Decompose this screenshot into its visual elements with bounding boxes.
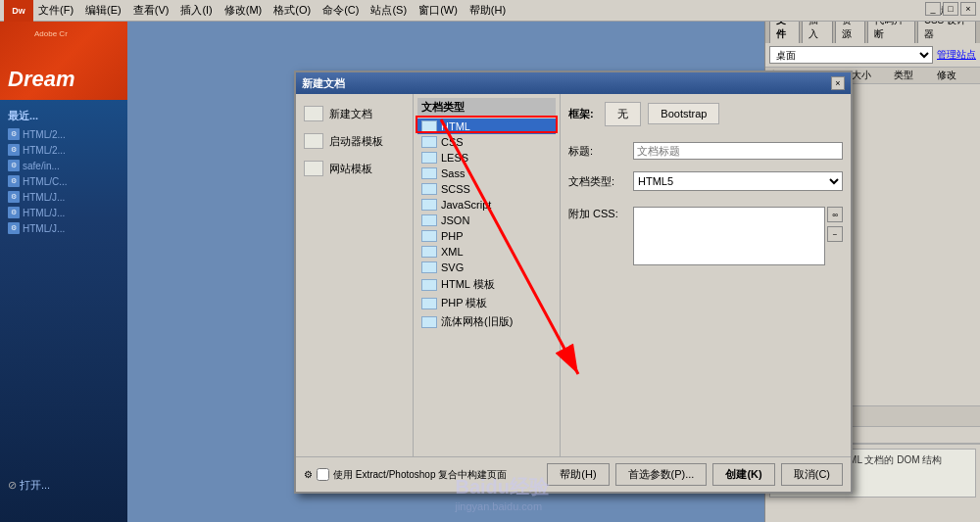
dialog-title: 新建文档 <box>302 76 345 91</box>
doc-type-less[interactable]: LESS <box>417 150 556 166</box>
list-item[interactable]: ⚙ HTML/J... <box>4 220 123 236</box>
title-row: 标题: <box>568 142 843 160</box>
title-input[interactable] <box>633 142 843 160</box>
doc-type-svg[interactable]: SVG <box>417 260 556 275</box>
help-button[interactable]: 帮助(H) <box>547 463 609 486</box>
svg-type-icon <box>421 261 437 273</box>
col-size: 大小 <box>852 69 891 82</box>
list-item[interactable]: ⚙ HTML/J... <box>4 205 123 220</box>
extract-checkbox[interactable] <box>317 468 329 481</box>
menu-command[interactable]: 命令(C) <box>318 1 364 20</box>
menu-format[interactable]: 格式(O) <box>269 1 316 20</box>
css-type-icon <box>421 136 437 148</box>
dream-label: Dream <box>8 67 74 92</box>
doctype-label: 文档类型: <box>568 174 627 189</box>
doc-type-json[interactable]: JSON <box>417 213 556 228</box>
framework-label: 框架: <box>568 108 594 119</box>
preferences-button[interactable]: 首选参数(P)... <box>615 463 708 486</box>
menu-insert[interactable]: 插入(I) <box>175 1 217 20</box>
left-sidebar: Adobe Cr Dream 最近... ⚙ HTML/2... ⚙ HTML/… <box>0 22 127 522</box>
new-document-button[interactable]: 新建文档 <box>296 102 413 125</box>
extract-icon: ⚙ <box>304 469 313 480</box>
minimize-button[interactable]: _ <box>925 2 941 16</box>
menu-file[interactable]: 文件(F) <box>33 1 78 20</box>
list-item[interactable]: ⚙ HTML/2... <box>4 126 123 142</box>
js-type-icon <box>421 199 437 211</box>
list-item[interactable]: ⚙ safe/in... <box>4 158 123 173</box>
css-textarea[interactable] <box>633 207 825 265</box>
css-remove-button[interactable]: − <box>827 226 843 242</box>
html-file-icon: ⚙ <box>8 222 20 234</box>
adobe-label: Adobe Cr <box>34 29 68 38</box>
doctype-select[interactable]: HTML5 HTML4 XHTML <box>633 171 843 191</box>
starter-tmpl-icon <box>304 133 323 149</box>
dw-app-icon: Dw <box>4 0 33 22</box>
site-template-button[interactable]: 网站模板 <box>296 157 413 180</box>
files-toolbar: 桌面 管理站点 <box>765 43 980 68</box>
xml-type-icon <box>421 246 437 258</box>
framework-none-button[interactable]: 无 <box>605 102 641 126</box>
create-button[interactable]: 创建(K) <box>712 463 774 486</box>
css-link-button[interactable]: ∞ <box>827 207 843 222</box>
doc-type-scss[interactable]: SCSS <box>417 181 556 197</box>
json-type-icon <box>421 214 437 226</box>
html-tmpl-type-icon <box>421 279 437 291</box>
menu-site[interactable]: 站点(S) <box>366 1 412 20</box>
close-button[interactable]: × <box>960 2 976 16</box>
title-label: 标题: <box>568 144 627 159</box>
list-item[interactable]: ⚙ HTML/2... <box>4 142 123 158</box>
css-row: 附加 CSS: ∞ − <box>568 207 843 265</box>
site-select[interactable]: 桌面 <box>769 46 933 64</box>
doc-type-php[interactable]: PHP <box>417 228 556 244</box>
extract-label: 使用 Extract/Photoshop 复合中构建页面 <box>333 468 507 482</box>
manage-site-link[interactable]: 管理站点 <box>937 48 976 62</box>
recent-title: 最近... <box>4 106 123 126</box>
html-file-icon: ⚙ <box>8 191 20 203</box>
list-item[interactable]: ⚙ HTML/J... <box>4 189 123 205</box>
doc-type-panel: 文档类型 HTML CSS LESS <box>414 94 561 456</box>
top-menu-bar: Dw 文件(F) 编辑(E) 查看(V) 插入(I) 修改(M) 格式(O) 命… <box>0 0 980 22</box>
menu-edit[interactable]: 编辑(E) <box>80 1 126 20</box>
css-label: 附加 CSS: <box>568 207 627 221</box>
starter-template-button[interactable]: 启动器模板 <box>296 129 413 153</box>
menu-view[interactable]: 查看(V) <box>128 1 174 20</box>
cancel-button[interactable]: 取消(C) <box>781 463 843 486</box>
col-type: 类型 <box>894 69 933 82</box>
dialog-body: 新建文档 启动器模板 网站模板 文档类型 <box>296 94 851 456</box>
doc-type-php-template[interactable]: PHP 模板 <box>417 294 556 312</box>
php-type-icon <box>421 230 437 242</box>
doc-type-fluid-grid[interactable]: 流体网格(旧版) <box>417 312 556 331</box>
center-workspace: 新建文档 × 新建文档 启动器模板 网站模板 <box>127 22 764 522</box>
window-controls: _ □ × <box>925 2 976 16</box>
dialog-close-button[interactable]: × <box>831 76 845 90</box>
right-panel-tabs: 文件 插入 资源 代码片断 CSS 设计器 <box>765 22 980 43</box>
doc-type-header: 文档类型 <box>417 98 556 117</box>
fluid-type-icon <box>421 316 437 328</box>
main-area: Adobe Cr Dream 最近... ⚙ HTML/2... ⚙ HTML/… <box>0 22 980 522</box>
menu-help[interactable]: 帮助(H) <box>465 1 511 20</box>
doc-type-sass[interactable]: Sass <box>417 166 556 181</box>
html-file-icon: ⚙ <box>8 128 20 140</box>
doc-type-xml[interactable]: XML <box>417 244 556 260</box>
doc-type-css[interactable]: CSS <box>417 134 556 150</box>
doc-type-javascript[interactable]: JavaScript <box>417 197 556 213</box>
doc-type-html-template[interactable]: HTML 模板 <box>417 275 556 294</box>
dw-logo-area: Adobe Cr Dream <box>0 22 127 100</box>
maximize-button[interactable]: □ <box>943 2 958 16</box>
open-button[interactable]: ⊘ 打开... <box>8 478 50 493</box>
menu-modify[interactable]: 修改(M) <box>220 1 268 20</box>
sass-type-icon <box>421 167 437 179</box>
footer-checkbox-area: ⚙ 使用 Extract/Photoshop 复合中构建页面 <box>304 468 541 482</box>
html-file-icon: ⚙ <box>8 160 20 171</box>
framework-bootstrap-button[interactable]: Bootstrap <box>648 103 719 124</box>
dialog-footer: ⚙ 使用 Extract/Photoshop 复合中构建页面 帮助(H) 首选参… <box>296 456 851 492</box>
watermark-line2: jingyan.baidu.com <box>455 500 549 512</box>
html-file-icon: ⚙ <box>8 207 20 218</box>
menu-window[interactable]: 窗口(W) <box>414 1 463 20</box>
list-item[interactable]: ⚙ HTML/C... <box>4 173 123 189</box>
col-modified: 修改 <box>937 69 976 82</box>
doc-type-html[interactable]: HTML <box>417 119 556 134</box>
doctype-row: 文档类型: HTML5 HTML4 XHTML <box>568 171 843 191</box>
framework-section: 框架: 无 Bootstrap <box>568 102 843 126</box>
html-file-icon: ⚙ <box>8 175 20 187</box>
